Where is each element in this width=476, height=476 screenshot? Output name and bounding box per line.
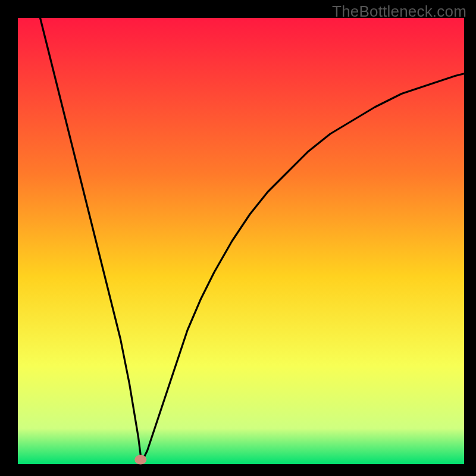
watermark-text: TheBottleneck.com [332, 2, 466, 21]
optimal-point-marker [134, 455, 146, 465]
bottleneck-chart [0, 0, 476, 476]
chart-container: TheBottleneck.com [0, 0, 476, 476]
plot-background [18, 18, 464, 464]
